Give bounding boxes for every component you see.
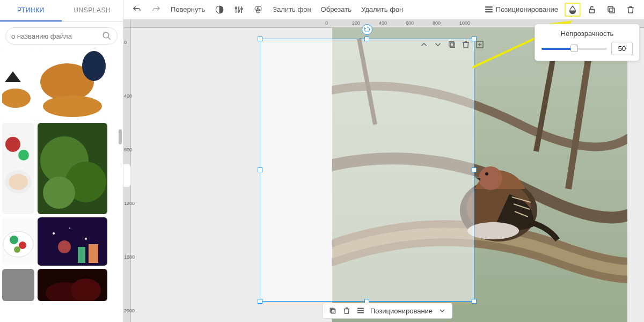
opacity-slider[interactable] (541, 48, 607, 50)
svg-rect-62 (357, 308, 364, 309)
positioning-button[interactable]: Позиционирование (481, 3, 561, 17)
svg-point-53 (485, 172, 488, 175)
opacity-label: Непрозрачность (541, 30, 633, 38)
svg-point-37 (235, 7, 237, 9)
opacity-panel: Непрозрачность (535, 24, 640, 61)
selection-float-toolbar (418, 39, 486, 50)
gallery-scrollbar[interactable] (119, 129, 122, 144)
gallery-thumb[interactable] (2, 269, 34, 301)
gallery-thumb[interactable] (38, 123, 107, 214)
sidebar-tabs: РТИНКИ UNSPLASH (0, 0, 123, 22)
bottom-toolbar: Позиционирование (323, 303, 452, 319)
layers-icon[interactable] (356, 306, 365, 315)
svg-rect-44 (485, 9, 493, 10)
tab-unsplash[interactable]: UNSPLASH (62, 0, 123, 21)
resize-handle-ml[interactable] (258, 167, 262, 172)
sidebar-collapse-handle[interactable] (123, 164, 131, 187)
crop-button[interactable]: Обрезать (318, 3, 355, 16)
svg-rect-55 (450, 43, 455, 47)
top-toolbar: Повернуть Залить фон Обрезать Удалить фо… (123, 0, 644, 19)
svg-rect-28 (78, 247, 85, 263)
svg-rect-56 (449, 42, 453, 46)
undo-button[interactable] (129, 3, 145, 17)
svg-point-25 (85, 238, 87, 240)
svg-point-19 (10, 236, 18, 244)
search-input[interactable] (11, 32, 102, 40)
ruler-corner (123, 19, 131, 28)
rotate-handle[interactable] (362, 24, 372, 35)
lock-button[interactable] (584, 3, 600, 17)
remove-bg-button[interactable]: Удалить фон (358, 3, 406, 16)
add-icon[interactable] (475, 40, 485, 49)
gallery-thumb[interactable] (2, 123, 34, 214)
color-button[interactable] (250, 3, 266, 17)
contrast-button[interactable] (211, 3, 228, 17)
svg-point-54 (467, 222, 519, 239)
svg-rect-46 (590, 9, 595, 13)
image-gallery (0, 50, 123, 322)
svg-point-18 (3, 231, 33, 257)
svg-line-1 (108, 37, 111, 40)
svg-rect-45 (485, 11, 493, 12)
resize-handle-mr[interactable] (472, 167, 477, 172)
duplicate-icon[interactable] (328, 306, 337, 315)
resize-handle-br[interactable] (472, 299, 477, 304)
svg-point-9 (5, 137, 20, 152)
svg-rect-60 (331, 309, 335, 313)
svg-point-26 (58, 240, 71, 253)
svg-point-23 (53, 232, 55, 235)
svg-rect-29 (2, 269, 34, 301)
svg-rect-8 (2, 123, 34, 214)
redo-button[interactable] (148, 3, 164, 17)
svg-point-42 (256, 9, 260, 13)
gallery-thumb[interactable] (2, 217, 34, 266)
svg-point-39 (241, 8, 243, 10)
fill-bg-button[interactable]: Залить фон (269, 3, 314, 16)
opacity-button[interactable] (565, 3, 581, 17)
svg-point-24 (69, 228, 70, 229)
opacity-value-input[interactable] (611, 42, 633, 55)
svg-point-7 (43, 96, 102, 117)
sidebar: РТИНКИ UNSPLASH (0, 0, 123, 322)
svg-rect-61 (330, 308, 334, 312)
svg-point-32 (71, 279, 101, 301)
resize-handle-tl[interactable] (258, 36, 262, 41)
positioning-label[interactable]: Позиционирование (370, 307, 433, 315)
delete-button[interactable] (623, 3, 639, 17)
duplicate-icon[interactable] (447, 40, 457, 49)
svg-rect-64 (357, 312, 364, 313)
trash-icon[interactable] (342, 306, 351, 315)
svg-point-38 (238, 10, 240, 11)
chevron-down-icon[interactable] (438, 306, 447, 315)
selection-frame[interactable] (260, 39, 474, 302)
move-up-icon[interactable] (419, 40, 429, 49)
adjust-button[interactable] (231, 3, 247, 17)
trash-icon[interactable] (461, 40, 471, 49)
svg-rect-63 (357, 310, 364, 311)
svg-point-16 (43, 177, 75, 209)
gallery-thumb[interactable] (38, 217, 107, 266)
svg-point-21 (14, 246, 20, 253)
opacity-slider-knob[interactable] (570, 45, 578, 52)
gallery-thumb[interactable] (38, 50, 107, 120)
svg-point-10 (18, 150, 29, 160)
svg-point-12 (9, 174, 28, 190)
tab-my-pictures[interactable]: РТИНКИ (0, 0, 62, 21)
move-down-icon[interactable] (433, 40, 443, 49)
canvas[interactable]: 0 200 400 600 800 1000 0 400 800 1200 16… (123, 19, 644, 322)
svg-rect-47 (610, 8, 614, 13)
resize-handle-tm[interactable] (364, 36, 369, 41)
rotate-button[interactable]: Повернуть (167, 3, 208, 16)
svg-point-6 (82, 51, 106, 81)
svg-rect-2 (2, 50, 34, 120)
svg-rect-27 (89, 244, 98, 263)
svg-rect-43 (485, 6, 493, 8)
search-icon (102, 31, 112, 41)
gallery-thumb[interactable] (38, 269, 107, 301)
resize-handle-bl[interactable] (258, 299, 262, 304)
main-area: Повернуть Залить фон Обрезать Удалить фо… (123, 0, 644, 322)
search-box[interactable] (5, 27, 118, 45)
copy-button[interactable] (603, 3, 619, 17)
gallery-thumb[interactable] (2, 50, 34, 120)
svg-point-52 (479, 166, 502, 190)
